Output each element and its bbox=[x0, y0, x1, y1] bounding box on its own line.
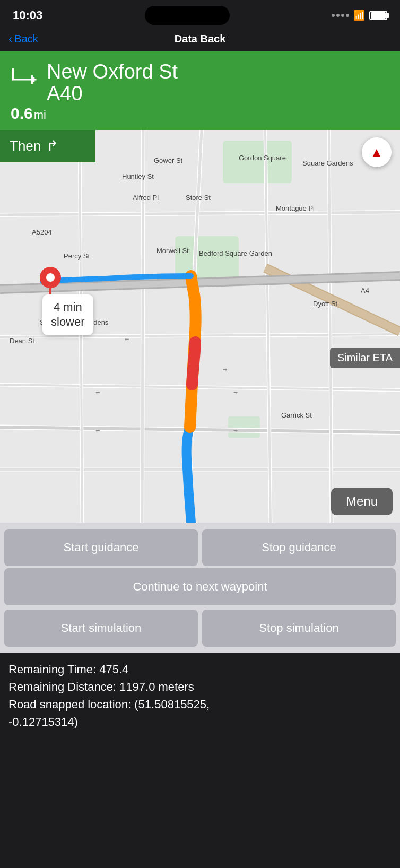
stop-guidance-button[interactable]: Stop guidance bbox=[202, 529, 396, 566]
callout-text: 4 minslower bbox=[51, 300, 85, 330]
guidance-row: Start guidance Stop guidance bbox=[0, 525, 400, 568]
then-turn-icon: ↱ bbox=[46, 137, 58, 155]
back-button[interactable]: ‹ Back bbox=[8, 32, 38, 46]
svg-rect-1 bbox=[223, 141, 292, 183]
back-chevron-icon: ‹ bbox=[8, 32, 12, 46]
svg-point-34 bbox=[46, 273, 55, 282]
stop-simulation-button[interactable]: Stop simulation bbox=[202, 610, 396, 647]
distance-unit: mi bbox=[34, 108, 46, 122]
nav-title: Data Back bbox=[175, 33, 226, 45]
start-guidance-button[interactable]: Start guidance bbox=[4, 529, 198, 566]
remaining-time: Remaining Time: 475.4 bbox=[8, 661, 392, 678]
svg-text:⬅: ⬅ bbox=[95, 389, 100, 395]
turn-arrow-icon: ⮡ bbox=[11, 67, 38, 95]
similar-eta-label: Similar ETA bbox=[330, 348, 400, 368]
road-snapped-coords: -0.12715314) bbox=[8, 713, 392, 731]
direction-banner: ⮡ New Oxford St A40 0.6 mi bbox=[0, 51, 400, 130]
back-label: Back bbox=[14, 33, 38, 45]
status-icons: 📶 bbox=[332, 10, 387, 21]
road-snapped-label: Road snapped location: (51.50815525, bbox=[8, 696, 392, 713]
waypoint-row: Continue to next waypoint bbox=[0, 568, 400, 605]
compass[interactable]: ▲ bbox=[362, 137, 392, 167]
status-bar: 10:03 📶 bbox=[0, 0, 400, 29]
then-label: Then bbox=[10, 138, 41, 154]
svg-text:⬅: ⬅ bbox=[95, 428, 100, 433]
continue-waypoint-button[interactable]: Continue to next waypoint bbox=[4, 568, 396, 605]
menu-button[interactable]: Menu bbox=[331, 488, 393, 515]
signal-icon bbox=[332, 14, 349, 17]
remaining-distance: Remaining Distance: 1197.0 meters bbox=[8, 678, 392, 696]
status-time: 10:03 bbox=[13, 8, 42, 22]
direction-text: New Oxford St A40 bbox=[47, 61, 178, 103]
notch bbox=[145, 6, 230, 25]
svg-text:⬅: ⬅ bbox=[125, 336, 129, 342]
route-callout: 4 minslower bbox=[42, 294, 93, 335]
svg-text:➡: ➡ bbox=[233, 389, 238, 395]
wifi-icon: 📶 bbox=[353, 10, 365, 21]
controls-area: Start guidance Stop guidance Continue to… bbox=[0, 523, 400, 653]
then-panel: Then ↱ bbox=[0, 130, 95, 162]
distance-value: 0.6 bbox=[11, 105, 33, 123]
svg-line-19 bbox=[142, 130, 143, 523]
street-name: New Oxford St bbox=[47, 61, 178, 83]
svg-rect-3 bbox=[228, 416, 260, 438]
battery-icon bbox=[369, 11, 387, 20]
svg-text:➡: ➡ bbox=[223, 367, 228, 372]
nav-bar: ‹ Back Data Back bbox=[0, 29, 400, 51]
svg-text:➡: ➡ bbox=[233, 428, 238, 433]
simulation-row: Start simulation Stop simulation bbox=[0, 605, 400, 651]
info-area: Remaining Time: 475.4 Remaining Distance… bbox=[0, 653, 400, 759]
start-simulation-button[interactable]: Start simulation bbox=[4, 610, 198, 647]
road-id: A40 bbox=[47, 83, 178, 103]
compass-needle-icon: ▲ bbox=[370, 145, 383, 160]
map-container[interactable]: ⬅ ➡ ⬅ ➡ ⬅ ➡ Gower StHuntley StAlfred PlS… bbox=[0, 130, 400, 523]
